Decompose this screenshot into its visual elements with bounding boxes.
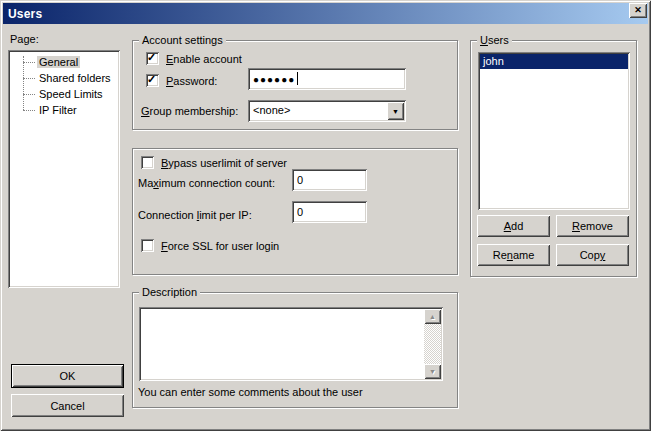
- tree-item-ip-filter[interactable]: IP Filter: [8, 102, 120, 118]
- add-user-button[interactable]: Add: [477, 215, 550, 237]
- close-button[interactable]: ✕: [629, 3, 647, 18]
- checkmark-icon: ✓: [147, 51, 156, 64]
- chevron-down-icon: ▼: [392, 108, 399, 115]
- tree-item-label[interactable]: Shared folders: [37, 72, 113, 84]
- ok-button[interactable]: OK: [11, 364, 124, 388]
- enable-account-label: Enable account: [166, 53, 242, 66]
- enable-account-checkbox[interactable]: ✓: [146, 52, 159, 65]
- users-dialog: Users ✕ Page: General Shared folders Spe…: [0, 0, 651, 431]
- group-membership-value: <none>: [253, 104, 290, 117]
- description-box: ▲ ▼: [139, 307, 443, 381]
- checkmark-icon: ✓: [147, 73, 156, 86]
- description-hint: You can enter some comments about the us…: [138, 386, 363, 399]
- force-ssl-label: Force SSL for user login: [161, 240, 279, 253]
- users-caption: Users: [477, 34, 512, 47]
- connection-per-ip-input[interactable]: [295, 204, 364, 220]
- tree-item-speed-limits[interactable]: Speed Limits: [8, 86, 120, 102]
- scroll-up-button[interactable]: ▲: [424, 309, 441, 324]
- max-connection-field-frame: [292, 169, 367, 191]
- max-connection-input[interactable]: [295, 172, 364, 188]
- copy-user-button[interactable]: Copy: [556, 244, 629, 266]
- users-listbox[interactable]: john: [478, 52, 630, 210]
- arrow-down-icon: ▼: [429, 368, 436, 375]
- bypass-userlimit-label: Bypass userlimit of server: [161, 157, 287, 170]
- titlebar[interactable]: Users: [3, 3, 648, 24]
- group-membership-select[interactable]: <none> ▼: [248, 100, 406, 122]
- connection-per-ip-label: Connection limit per IP:: [138, 209, 252, 222]
- page-label: Page:: [10, 33, 39, 46]
- tree-item-label[interactable]: Speed Limits: [37, 88, 105, 100]
- password-checkbox[interactable]: ✓: [146, 74, 159, 87]
- tree-item-general[interactable]: General: [8, 54, 120, 70]
- tree-item-label[interactable]: General: [37, 56, 80, 68]
- scroll-down-button[interactable]: ▼: [424, 364, 441, 379]
- connection-per-ip-field-frame: [292, 201, 367, 223]
- page-tree[interactable]: General Shared folders Speed Limits IP F…: [8, 50, 120, 288]
- description-caption: Description: [139, 286, 200, 299]
- group-membership-label: Group membership:: [141, 105, 238, 118]
- description-scrollbar[interactable]: ▲ ▼: [424, 309, 441, 379]
- tree-item-label[interactable]: IP Filter: [37, 104, 79, 116]
- cancel-button[interactable]: Cancel: [11, 394, 124, 417]
- window-title: Users: [3, 7, 42, 21]
- remove-user-button[interactable]: Remove: [556, 215, 629, 237]
- group-membership-dropdown-button[interactable]: ▼: [387, 102, 404, 120]
- force-ssl-checkbox[interactable]: [141, 239, 154, 252]
- bypass-userlimit-checkbox[interactable]: [141, 156, 154, 169]
- scrollbar-track[interactable]: [424, 324, 441, 364]
- rename-user-button[interactable]: Rename: [477, 244, 550, 266]
- description-textarea[interactable]: [142, 310, 423, 378]
- password-label: Password:: [166, 75, 217, 88]
- text-caret: [297, 72, 298, 85]
- password-input[interactable]: [251, 71, 403, 87]
- account-settings-caption: Account settings: [139, 34, 226, 47]
- password-field-frame: [248, 68, 406, 90]
- max-connection-label: Maximum connection count:: [138, 177, 275, 190]
- arrow-up-icon: ▲: [429, 313, 436, 320]
- tree-item-shared-folders[interactable]: Shared folders: [8, 70, 120, 86]
- close-icon: ✕: [634, 5, 642, 15]
- user-list-item[interactable]: john: [480, 54, 628, 69]
